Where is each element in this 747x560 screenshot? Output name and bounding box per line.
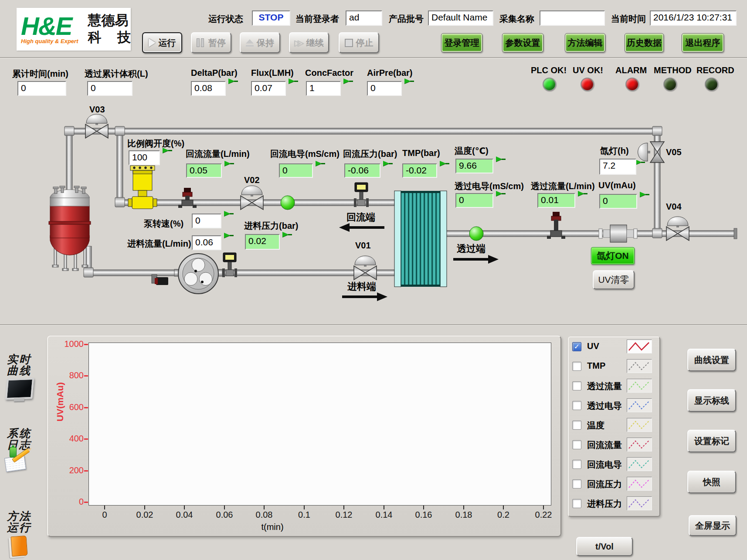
stop-button[interactable]: 停止: [339, 32, 379, 53]
plc-led-label: PLC OK!: [531, 65, 567, 75]
legend-checkbox-reflux-pres[interactable]: [572, 479, 581, 489]
flag-icon: [404, 78, 414, 85]
curve-settings-button[interactable]: 曲线设置: [687, 349, 736, 371]
time-label: 当前时间: [611, 13, 646, 25]
y-tick: 0: [56, 497, 84, 507]
flag-icon: [289, 78, 299, 85]
resume-button[interactable]: ▷▷ 继续: [289, 32, 329, 53]
legend-checkbox-temperature[interactable]: [572, 421, 581, 430]
logo-cn-line2: 科 技: [88, 29, 137, 46]
pause-button[interactable]: 暂停: [191, 32, 231, 53]
airpre-value: 0: [367, 81, 402, 96]
feed-flow-input[interactable]: 0.06: [192, 235, 221, 250]
xenon-hours-input[interactable]: 7.2: [599, 159, 636, 175]
fullscreen-button[interactable]: 全屏显示: [689, 515, 737, 536]
exit-button[interactable]: 退出程序: [682, 33, 724, 52]
method-led: [663, 78, 677, 91]
legend-label: 温度: [587, 420, 604, 431]
legend-checkbox-uv[interactable]: [572, 342, 581, 351]
temperature-label: 温度(℃): [455, 145, 489, 157]
run-button[interactable]: 运行: [142, 32, 182, 53]
param-set-button[interactable]: 参数设置: [502, 33, 543, 52]
flag-icon: [383, 160, 393, 167]
legend-linestyle-swatch[interactable]: [627, 496, 652, 510]
reflux-flow-value: 0.05: [186, 163, 222, 178]
legend-linestyle-swatch[interactable]: [627, 398, 652, 412]
tvol-toggle-button[interactable]: t/Vol: [576, 537, 633, 556]
flag-icon: [228, 78, 238, 85]
legend-checkbox-tmp[interactable]: [572, 362, 581, 371]
legend-checkbox-reflux-cond[interactable]: [572, 460, 581, 469]
pump-speed-input[interactable]: 0: [192, 214, 221, 228]
monitor-icon[interactable]: [5, 378, 34, 400]
xenon-on-button[interactable]: 氙灯ON: [591, 247, 635, 265]
pause-icon: [197, 38, 205, 47]
x-tick: 0.04: [176, 510, 193, 520]
legend-label: 透过流量: [587, 380, 622, 392]
x-axis-label: t(min): [244, 522, 301, 532]
hold-button[interactable]: 保持: [240, 32, 280, 53]
feed-pump[interactable]: [174, 254, 222, 294]
sidebar-item-realtime-curve[interactable]: 实时曲线: [7, 354, 31, 377]
x-tick-mark: [543, 506, 544, 509]
proportional-valve[interactable]: [128, 166, 157, 209]
x-tick: 0.02: [136, 510, 153, 520]
valve-v02[interactable]: [241, 186, 263, 210]
flag-icon: [163, 147, 173, 154]
legend-linestyle-swatch[interactable]: [627, 438, 652, 451]
hold-icon: [246, 39, 254, 47]
snapshot-button[interactable]: 快照: [687, 471, 736, 493]
x-tick: 0: [102, 510, 107, 520]
batch-input[interactable]: Default Name: [428, 10, 493, 26]
x-tick: 0.2: [497, 510, 509, 520]
feed-pres-value: 0.02: [245, 234, 280, 250]
valve-v01[interactable]: [354, 256, 377, 280]
valve-v03[interactable]: [85, 114, 108, 138]
method-led-label: METHOD: [654, 65, 692, 75]
reflux-port-label: 回流端: [346, 211, 375, 224]
x-tick: 0.06: [216, 510, 233, 520]
method-edit-button[interactable]: 方法编辑: [565, 33, 605, 52]
v01-label: V01: [355, 241, 371, 251]
uv-led-label: UV OK!: [573, 65, 603, 75]
legend-checkbox-perm-cond[interactable]: [572, 401, 581, 410]
user-input[interactable]: ad: [346, 10, 382, 26]
total-time-label: 累计时间(min): [12, 68, 68, 80]
reflux-line-indicator: [281, 196, 295, 210]
flux-label: Flux(LMH): [251, 68, 294, 78]
legend-linestyle-swatch[interactable]: [627, 339, 652, 353]
flag-icon: [578, 190, 588, 197]
legend-checkbox-reflux-flow[interactable]: [572, 440, 581, 449]
x-tick: 0.12: [336, 510, 353, 520]
book-icon[interactable]: [10, 536, 27, 557]
y-tick-mark: [84, 375, 88, 377]
valve-v04[interactable]: [666, 217, 689, 241]
legend-label: TMP: [587, 361, 605, 371]
set-mark-button[interactable]: 设置标记: [687, 430, 736, 452]
y-tick-mark: [84, 502, 88, 503]
uv-zero-button[interactable]: UV清零: [593, 270, 635, 289]
legend-label: 进料压力: [587, 498, 622, 510]
legend-checkbox-perm-flow[interactable]: [572, 381, 581, 390]
flag-icon: [635, 159, 645, 166]
history-data-button[interactable]: 历史数据: [625, 33, 664, 52]
login-manage-button[interactable]: 登录管理: [441, 33, 482, 52]
y-tick: 800: [56, 370, 84, 380]
legend-linestyle-swatch[interactable]: [627, 418, 652, 432]
legend-linestyle-swatch[interactable]: [627, 359, 652, 373]
sidebar-item-method-run[interactable]: 方法运行: [7, 511, 31, 533]
uv-reading-label: UV(mAu): [598, 180, 636, 190]
x-tick: 0.1: [298, 510, 310, 520]
legend-linestyle-swatch[interactable]: [627, 477, 652, 491]
flag-icon: [496, 156, 506, 163]
legend-checkbox-feed-pres[interactable]: [572, 499, 581, 508]
collect-input[interactable]: [540, 10, 605, 26]
record-led: [705, 78, 718, 91]
deltap-label: DeltaP(bar): [191, 68, 238, 78]
prop-valve-input[interactable]: 100: [129, 150, 160, 165]
show-marker-button[interactable]: 显示标线: [687, 389, 736, 412]
tmp-label: TMP(bar): [402, 148, 440, 158]
legend-linestyle-swatch[interactable]: [627, 457, 652, 471]
legend-linestyle-swatch[interactable]: [627, 379, 652, 393]
x-tick-mark: [503, 506, 504, 509]
